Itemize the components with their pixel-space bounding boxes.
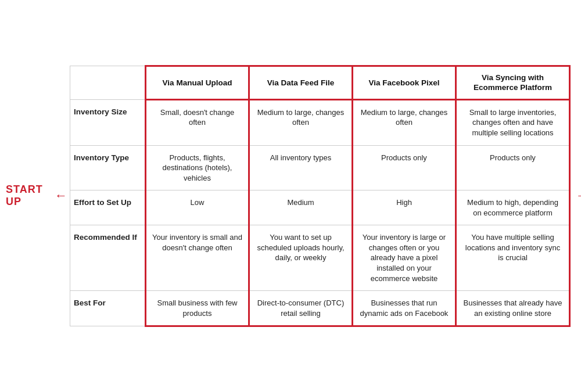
comparison-table: Via Manual Upload Via Data Feed File Via…: [70, 65, 571, 327]
header-manual: Via Manual Upload: [146, 66, 249, 99]
cell-sync-3: You have multiple selling locations and …: [456, 225, 570, 291]
cell-pixel-4: Businesses that run dynamic ads on Faceb…: [353, 291, 456, 326]
main-table-wrap: Via Manual Upload Via Data Feed File Via…: [70, 65, 571, 327]
startup-arrow: ←: [55, 188, 67, 203]
cell-feed-0: Medium to large, changes often: [249, 99, 353, 145]
header-feed: Via Data Feed File: [249, 66, 353, 99]
header-sync: Via Syncing with Ecommerce Platform: [456, 66, 570, 99]
outer-layout: START UP ← Via Manual Upload Via Data Fe…: [6, 65, 575, 327]
cell-pixel-2: High: [353, 190, 456, 225]
cell-manual-4: Small business with few products: [146, 291, 249, 326]
table-row: Best ForSmall business with few products…: [70, 291, 570, 326]
startup-label-area: START UP ←: [6, 65, 70, 327]
header-pixel: Via Facebook Pixel: [353, 66, 456, 99]
cell-feed-1: All inventory types: [249, 145, 353, 190]
scaleup-label-area: → SCALE UP: [571, 65, 581, 327]
cell-feed-2: Medium: [249, 190, 353, 225]
cell-sync-0: Small to large inventories, changes ofte…: [456, 99, 570, 145]
row-label-1: Inventory Type: [70, 145, 146, 190]
scaleup-arrow: →: [576, 188, 581, 203]
cell-pixel-0: Medium to large, changes often: [353, 99, 456, 145]
cell-sync-1: Products only: [456, 145, 570, 190]
table-row: Inventory SizeSmall, doesn't change ofte…: [70, 99, 570, 145]
table-row: Inventory TypeProducts, flights, destina…: [70, 145, 570, 190]
cell-manual-0: Small, doesn't change often: [146, 99, 249, 145]
cell-pixel-3: Your inventory is large or changes often…: [353, 225, 456, 291]
comparison-table-container: START UP ← Via Manual Upload Via Data Fe…: [6, 65, 575, 327]
cell-pixel-1: Products only: [353, 145, 456, 190]
cell-feed-4: Direct-to-consumer (DTC) retail selling: [249, 291, 353, 326]
cell-feed-3: You want to set up scheduled uploads hou…: [249, 225, 353, 291]
row-label-2: Effort to Set Up: [70, 190, 146, 225]
cell-manual-2: Low: [146, 190, 249, 225]
cell-sync-4: Businesses that already have an existing…: [456, 291, 570, 326]
row-label-3: Recommended If: [70, 225, 146, 291]
startup-text: START UP: [6, 184, 55, 208]
header-row: Via Manual Upload Via Data Feed File Via…: [70, 66, 570, 99]
cell-manual-3: Your inventory is small and doesn't chan…: [146, 225, 249, 291]
table-row: Effort to Set UpLowMediumHighMedium to h…: [70, 190, 570, 225]
header-label: [70, 66, 146, 99]
table-row: Recommended IfYour inventory is small an…: [70, 225, 570, 291]
row-label-4: Best For: [70, 291, 146, 326]
row-label-0: Inventory Size: [70, 99, 146, 145]
cell-manual-1: Products, flights, destinations (hotels)…: [146, 145, 249, 190]
cell-sync-2: Medium to high, depending on ecommerce p…: [456, 190, 570, 225]
